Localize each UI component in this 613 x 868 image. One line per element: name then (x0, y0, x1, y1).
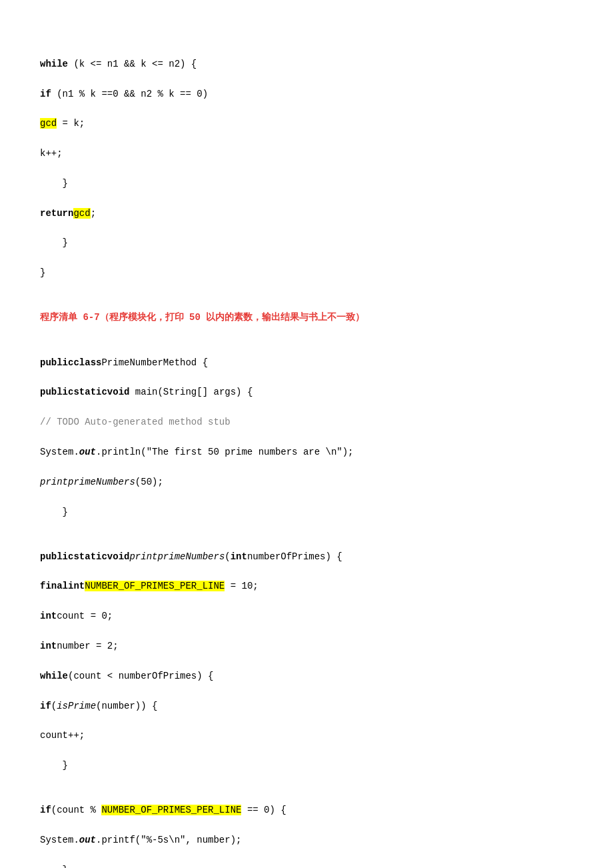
kw-if3: if (40, 805, 51, 815)
kw-final: final (40, 581, 68, 591)
kw-class1: class (73, 357, 101, 368)
code-line-brace3: } (40, 265, 573, 280)
code-line-publicstatic1: publicstaticvoid main(String[] args) { (40, 385, 573, 399)
out1: out (79, 447, 96, 457)
code-line-publicstatic2: publicstaticvoidprintprimeNumbers(intnum… (40, 549, 573, 564)
code-line-sysout1: System.out.println("The first 50 prime n… (40, 445, 573, 459)
code-line-brace6: } (40, 863, 573, 868)
italic-print: printprimeNumbers (40, 477, 135, 487)
code-line-countinc: count++; (40, 728, 573, 743)
code-line-intcount: intcount = 0; (40, 609, 573, 623)
kw-int2: int (68, 581, 85, 591)
code-line-brace5: } (40, 758, 573, 773)
kw-int1: int (231, 551, 247, 562)
kw-while: while (40, 59, 68, 69)
code-line-if3: if(count % NUMBER_OF_PRIMES_PER_LINE == … (40, 803, 573, 817)
code-line-while2: while(count < numberOfPrimes) { (40, 669, 573, 683)
code-line-final: finalintNUMBER_OF_PRIMES_PER_LINE = 10; (40, 579, 573, 593)
kw-while2: while (40, 671, 68, 681)
code-line-brace1: } (40, 176, 573, 191)
highlight-gcd2: gcd (73, 208, 90, 219)
code-line-while: while (k <= n1 && k <= n2) { (40, 57, 573, 71)
code-line-if1: if (n1 % k ==0 && n2 % k == 0) (40, 87, 573, 101)
kw-if1: if (40, 89, 51, 99)
highlight-number-of-primes: NUMBER_OF_PRIMES_PER_LINE (85, 581, 225, 591)
kw-return1: return (40, 208, 73, 219)
kw-public1: public (40, 357, 73, 368)
heading-6-7: 程序清单 6-7（程序模块化，打印 50 以内的素数，输出结果与书上不一致） (40, 310, 573, 325)
kw-static2: static (73, 551, 107, 562)
code-line-brace2: } (40, 235, 573, 250)
kw-void1: void (107, 387, 130, 397)
kw-static1: static (73, 387, 107, 397)
kw-public3: public (40, 551, 73, 562)
italic-isprime: isPrime (57, 701, 96, 711)
code-line-brace4: } (40, 505, 573, 519)
italic-method: printprimeNumbers (129, 551, 225, 562)
kw-void2: void (107, 551, 130, 562)
code-line-publicclass1: publicclassPrimeNumberMethod { (40, 355, 573, 370)
code-line-sysout2: System.out.printf("%-5s\n", number); (40, 833, 573, 847)
code-line-gcd1: gcd = k; (40, 116, 573, 131)
kw-int4: int (40, 641, 57, 651)
highlight-gcd1: gcd (40, 118, 57, 129)
code-line-return1: returngcd; (40, 206, 573, 221)
code-line-printcall: printprimeNumbers(50); (40, 475, 573, 489)
highlight-noppl: NUMBER_OF_PRIMES_PER_LINE (101, 805, 241, 815)
code-line-if2: if(isPrime(number)) { (40, 699, 573, 713)
comment1: // TODO Auto-generated method stub (40, 417, 231, 427)
code-line-intnumber: intnumber = 2; (40, 639, 573, 653)
code-viewer: while (k <= n1 && k <= n2) { if (n1 % k … (40, 27, 573, 868)
code-line-comment1: // TODO Auto-generated method stub (40, 415, 573, 429)
out2: out (79, 835, 96, 845)
kw-int3: int (40, 611, 57, 621)
kw-public2: public (40, 387, 73, 397)
code-line-kinc: k++; (40, 146, 573, 161)
kw-if2: if (40, 701, 51, 711)
